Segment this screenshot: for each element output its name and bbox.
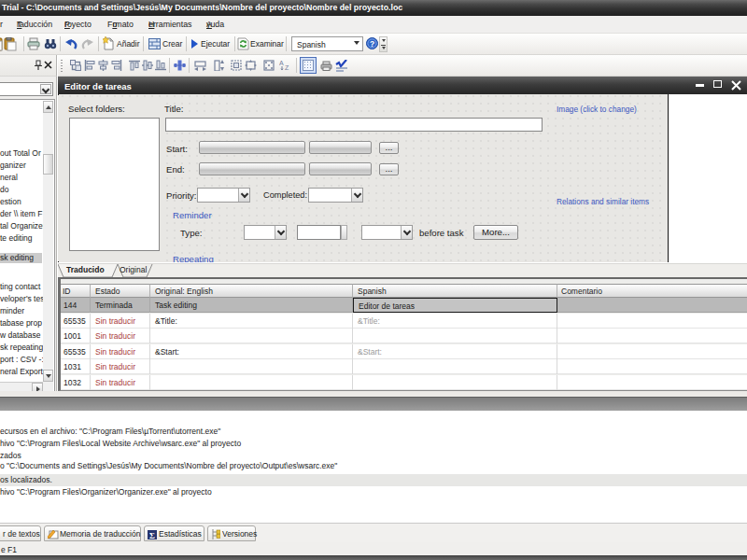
svg-text:?: ? xyxy=(370,39,374,49)
svg-text:A: A xyxy=(279,60,284,66)
svg-text:Σ: Σ xyxy=(149,530,155,539)
svg-text:Z: Z xyxy=(285,64,289,71)
